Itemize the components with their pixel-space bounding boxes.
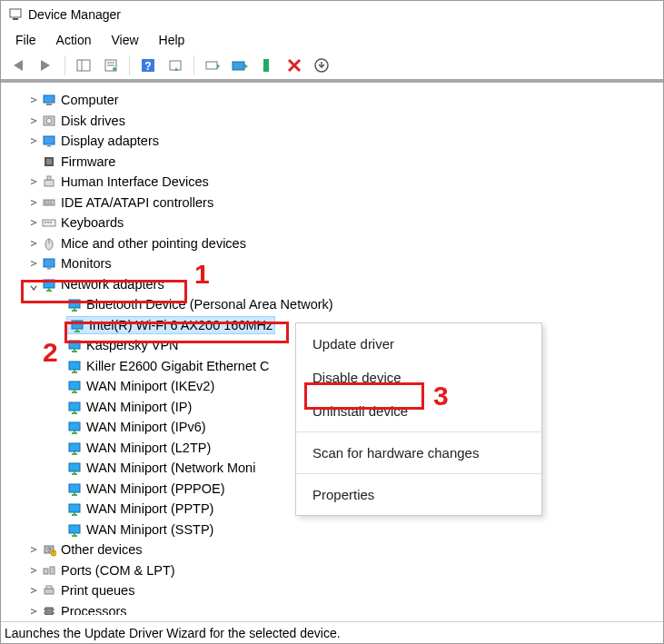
expander-icon[interactable]: > — [26, 564, 41, 577]
svg-rect-1 — [13, 18, 18, 20]
scan-hardware-button[interactable] — [309, 53, 334, 78]
tree-label: WAN Miniport (IPv6) — [86, 420, 206, 434]
tree-label: WAN Miniport (PPTP) — [86, 501, 213, 516]
svg-rect-31 — [47, 222, 49, 223]
svg-rect-43 — [72, 321, 83, 329]
properties-button[interactable] — [98, 53, 124, 78]
tree-item-network-adapters[interactable]: ⌄Network adapters — [26, 274, 659, 295]
forward-button[interactable] — [34, 53, 59, 78]
network-icon — [66, 481, 83, 497]
expander-icon[interactable]: > — [26, 134, 41, 147]
svg-rect-12 — [233, 62, 244, 70]
tree-item-disk-drives[interactable]: >Disk drives — [26, 111, 659, 132]
expander-icon[interactable]: > — [26, 543, 41, 556]
svg-rect-36 — [47, 268, 51, 270]
network-adapter-item[interactable]: WAN Miniport (SSTP) — [52, 520, 659, 540]
tree-label: Killer E2600 Gigabit Ethernet C — [86, 359, 270, 373]
disable-button[interactable] — [254, 53, 280, 78]
scan-button[interactable] — [163, 53, 188, 78]
tree-label: WAN Miniport (L2TP) — [86, 441, 211, 455]
ctx-disable-device[interactable]: Disable device — [296, 361, 541, 394]
tree-item-computer[interactable]: >Computer — [26, 90, 659, 111]
monitor-icon — [41, 255, 57, 272]
svg-rect-37 — [44, 280, 55, 288]
tree-item-print-queues[interactable]: >Print queues — [26, 580, 659, 601]
svg-rect-81 — [50, 567, 55, 574]
tree-label: Processors — [61, 604, 127, 615]
svg-rect-35 — [44, 259, 55, 267]
network-adapter-item[interactable]: Bluetooth Device (Personal Area Network) — [52, 294, 659, 315]
expander-icon[interactable]: > — [26, 114, 41, 127]
menu-help[interactable]: Help — [150, 31, 194, 49]
network-icon — [66, 419, 83, 435]
tree-label: Kaspersky VPN — [86, 338, 179, 352]
back-button[interactable] — [6, 53, 32, 78]
separator — [193, 55, 194, 75]
svg-rect-67 — [69, 484, 80, 492]
ctx-properties[interactable]: Properties — [296, 478, 541, 511]
tree-item-firmware[interactable]: Firmware — [26, 152, 659, 173]
tree-item-display-adapters[interactable]: >Display adapters — [26, 131, 659, 152]
tree-label: Network adapters — [61, 277, 164, 292]
expander-icon[interactable]: > — [26, 94, 41, 106]
ctx-update-driver[interactable]: Update driver — [296, 327, 541, 361]
ctx-uninstall-device[interactable]: Uninstall device — [296, 394, 541, 428]
tree-item-ide-ata-atapi-controllers[interactable]: >IDE ATA/ATAPI controllers — [26, 193, 659, 213]
uninstall-button[interactable] — [282, 53, 307, 78]
expander-icon[interactable]: > — [26, 584, 41, 597]
svg-rect-40 — [69, 300, 80, 308]
svg-rect-61 — [69, 443, 80, 451]
expander-icon[interactable]: > — [26, 216, 41, 229]
tree-item-monitors[interactable]: >Monitors — [26, 253, 659, 274]
callout-2: 2 — [43, 337, 58, 368]
tree-label: Other devices — [61, 542, 142, 557]
tree-label: WAN Miniport (IP) — [86, 400, 192, 414]
svg-rect-32 — [50, 222, 52, 223]
expander-icon[interactable]: > — [26, 175, 41, 188]
hid-icon — [41, 173, 57, 190]
tree-label: Monitors — [61, 256, 112, 271]
tree-item-keyboards[interactable]: >Keyboards — [26, 213, 659, 233]
svg-rect-55 — [69, 402, 80, 411]
mouse-icon — [41, 235, 57, 252]
tree-item-processors[interactable]: >Processors — [26, 601, 659, 616]
printer-icon — [41, 582, 57, 599]
tree-label: Computer — [61, 93, 119, 107]
network-icon — [66, 440, 83, 456]
computer-icon — [41, 92, 57, 108]
help-button[interactable]: ? — [135, 53, 161, 78]
update-driver-button[interactable] — [200, 53, 225, 78]
menu-view[interactable]: View — [102, 31, 147, 49]
tree-item-human-interface-devices[interactable]: >Human Interface Devices — [26, 172, 659, 193]
svg-rect-80 — [44, 569, 48, 574]
svg-rect-24 — [47, 176, 51, 180]
svg-rect-82 — [45, 589, 54, 594]
network-icon — [66, 358, 83, 374]
tree-item-mice-and-other-pointing-devices[interactable]: >Mice and other pointing devices — [26, 233, 659, 254]
tree-label: WAN Miniport (Network Moni — [86, 461, 255, 475]
enable-button[interactable] — [227, 53, 253, 78]
tree-label: Print queues — [61, 583, 134, 598]
menu-action[interactable]: Action — [47, 31, 101, 49]
show-hide-button[interactable] — [71, 53, 96, 78]
svg-rect-52 — [69, 381, 80, 390]
window-title: Device Manager — [28, 7, 121, 22]
svg-rect-64 — [69, 463, 80, 471]
tree-label: Ports (COM & LPT) — [61, 563, 175, 578]
svg-rect-15 — [44, 95, 55, 103]
menu-file[interactable]: File — [6, 31, 45, 49]
expander-icon[interactable]: > — [26, 257, 41, 270]
tree-item-ports-com-lpt-[interactable]: >Ports (COM & LPT) — [26, 560, 659, 581]
expander-icon[interactable]: > — [26, 237, 41, 250]
expander-icon[interactable]: > — [26, 196, 41, 209]
ctx-scan-hardware[interactable]: Scan for hardware changes — [296, 436, 541, 470]
network-icon — [66, 460, 83, 476]
callout-1: 1 — [194, 259, 210, 290]
svg-text:?: ? — [144, 60, 151, 73]
expander-icon[interactable]: > — [26, 605, 41, 615]
tree-item-other-devices[interactable]: >?!Other devices — [26, 540, 659, 560]
expander-icon[interactable]: ⌄ — [26, 275, 41, 292]
keyboard-icon — [41, 214, 57, 231]
menu-bar: File Action View Help — [1, 28, 663, 52]
svg-rect-22 — [46, 159, 52, 164]
